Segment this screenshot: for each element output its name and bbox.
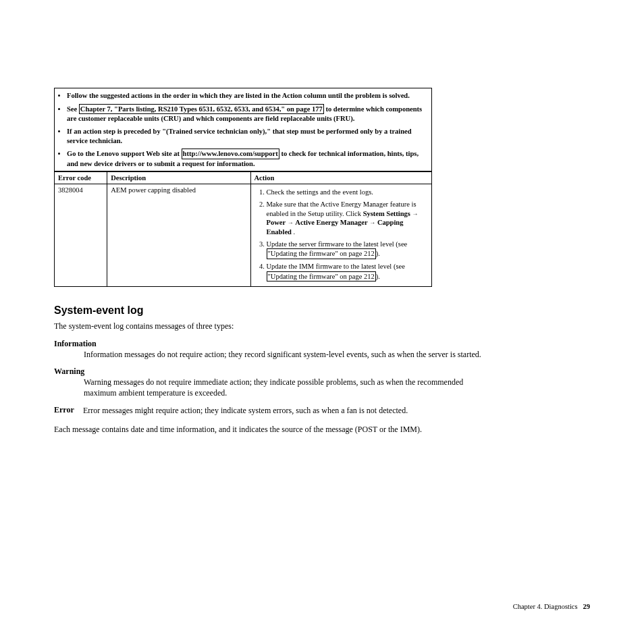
xref-link[interactable]: Chapter 7, "Parts listing, RS210 Types 6… (79, 104, 324, 115)
notice-cell: Follow the suggested actions in the orde… (55, 88, 432, 171)
footer-page: 29 (583, 603, 591, 610)
footer-chapter: Chapter 4. Diagnostics (513, 603, 578, 610)
section-heading: System-event log (54, 304, 590, 317)
url-link[interactable]: http://www.lenovo.com/support (182, 149, 279, 159)
def-error: Error messages might require action; the… (83, 405, 481, 416)
cell-action: Check the settings and the event logs. M… (250, 184, 431, 287)
table-row: 3828004 AEM power capping disabled Check… (55, 184, 432, 287)
page-footer: Chapter 4. Diagnostics 29 (513, 603, 590, 610)
notice-item: See Chapter 7, "Parts listing, RS210 Typ… (67, 104, 427, 124)
intro-text: The system-event log contains messages o… (54, 321, 486, 331)
col-header-desc: Description (107, 172, 250, 184)
notice-item: Go to the Lenovo support Web site at htt… (67, 149, 427, 168)
cell-code: 3828004 (55, 184, 107, 287)
def-information: Information messages do not require acti… (84, 349, 486, 360)
arrow-icon: → (412, 211, 419, 217)
notice-table: Follow the suggested actions in the orde… (54, 88, 432, 171)
definition-list: Information Information messages do not … (54, 339, 486, 417)
page-content: Follow the suggested actions in the orde… (0, 0, 644, 644)
term-warning: Warning (54, 367, 486, 377)
action-step: Check the settings and the event logs. (267, 188, 428, 197)
notice-item: If an action step is preceded by "(Train… (67, 127, 427, 145)
action-step: Make sure that the Active Energy Manager… (267, 200, 428, 237)
cell-desc: AEM power capping disabled (107, 184, 250, 287)
def-warning: Warning messages do not require immediat… (84, 377, 486, 398)
action-step: Update the server firmware to the latest… (267, 240, 428, 259)
arrow-icon: → (288, 219, 294, 226)
col-header-code: Error code (55, 172, 107, 184)
error-table: Error code Description Action 3828004 AE… (54, 171, 432, 287)
term-information: Information (54, 339, 486, 349)
col-header-action: Action (250, 172, 431, 184)
xref-link[interactable]: "Updating the firmware" on page 212 (267, 271, 376, 282)
xref-link[interactable]: "Updating the firmware" on page 212 (267, 248, 376, 259)
notice-item: Follow the suggested actions in the orde… (67, 91, 427, 101)
closing-text: Each message contains date and time info… (54, 424, 486, 435)
arrow-icon: → (369, 219, 375, 226)
term-error: Error (54, 405, 81, 415)
action-step: Update the IMM firmware to the latest le… (267, 262, 428, 281)
